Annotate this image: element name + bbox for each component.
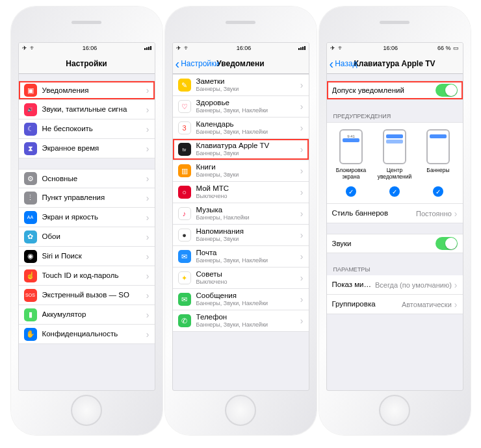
row-subtitle: Баннеры, Звуки, Наклейки	[196, 129, 298, 136]
app-icon: ✋	[24, 328, 37, 341]
row-label: Экранное время	[42, 144, 144, 153]
settings-row[interactable]: SOSЭкстренный вызов — SO›	[19, 286, 155, 305]
chevron-icon: ›	[146, 85, 150, 95]
row-sounds[interactable]: Звуки	[327, 234, 463, 253]
chevron-icon: ›	[300, 294, 304, 305]
chevron-icon: ›	[146, 310, 150, 320]
app-icon: ♪	[178, 207, 191, 220]
app-icon: ✉	[178, 293, 191, 306]
toggle-sounds[interactable]	[436, 237, 458, 250]
settings-row[interactable]: ▮Аккумулятор›	[19, 305, 155, 325]
settings-row[interactable]: ☝Touch ID и код-пароль›	[19, 266, 155, 286]
navbar: Настройки Уведомлени	[173, 53, 309, 74]
page-title: Уведомлени	[216, 59, 264, 68]
settings-row[interactable]: ✆ТелефонБаннеры, Звуки, Наклейки›	[173, 310, 309, 332]
row-subtitle: Выключено	[196, 193, 298, 200]
app-icon: ⚙	[24, 172, 37, 185]
settings-row[interactable]: ✋Конфиденциальность›	[19, 325, 155, 344]
settings-row[interactable]: ✉ПочтаБаннеры, Звуки, Наклейки›	[173, 246, 309, 268]
row-preview[interactable]: Показ миниатюр Всегда (по умолчанию) ›	[327, 275, 463, 295]
alert-lock-screen[interactable]: 9:41 Блокировка экрана	[330, 129, 372, 180]
row-label: Обои	[42, 232, 144, 241]
settings-row[interactable]: ◉Siri и Поиск›	[19, 247, 155, 266]
settings-row[interactable]: ▣Уведомления›	[19, 81, 155, 100]
settings-row[interactable]: ⚙Основные›	[19, 169, 155, 188]
app-icon: ✆	[178, 314, 191, 327]
status-bar: ✈ ᯤ 16:06	[173, 43, 309, 53]
chevron-icon: ›	[300, 144, 304, 155]
app-icon: ▣	[24, 84, 37, 97]
row-label: Экран и яркость	[42, 213, 144, 221]
row-label: Телефон	[196, 313, 298, 321]
settings-row[interactable]: ●НапоминанияБаннеры, Звуки›	[173, 225, 309, 246]
settings-row[interactable]: tvКлавиатура Apple TVБаннеры, Звуки›	[173, 139, 309, 160]
app-icon: ✿	[24, 230, 37, 243]
app-icon: ◉	[24, 250, 37, 263]
check-center[interactable]: ✓	[389, 186, 400, 197]
grouping-value: Автоматически	[402, 301, 452, 308]
alert-notification-center[interactable]: Центр уведомлений	[373, 129, 416, 180]
settings-row[interactable]: ♡ЗдоровьеБаннеры, Звуки, Наклейки›	[173, 96, 309, 118]
chevron-icon: ›	[146, 193, 150, 203]
settings-row[interactable]: ✉СообщенияБаннеры, Звуки, Наклейки›	[173, 289, 309, 310]
settings-row[interactable]: AAЭкран и яркость›	[19, 208, 155, 227]
status-bar: ✈ ᯤ 16:06 66 % ▭	[327, 43, 463, 53]
signal-icon	[298, 46, 306, 50]
settings-row[interactable]: ✦СоветыВыключено›	[173, 268, 309, 289]
chevron-icon: ›	[300, 208, 304, 219]
settings-row[interactable]: ⧗Экранное время›	[19, 139, 155, 158]
check-lock[interactable]: ✓	[346, 186, 356, 197]
row-allow-notifications[interactable]: Допуск уведомлений	[327, 81, 463, 100]
settings-row[interactable]: ♪МузыкаБаннеры, Наклейки›	[173, 203, 309, 225]
settings-row[interactable]: 🔊Звуки, тактильные сигна›	[19, 100, 155, 119]
row-subtitle: Баннеры, Звуки, Наклейки	[196, 257, 298, 264]
row-label: Напоминания	[196, 227, 298, 236]
app-icon: ✎	[178, 79, 191, 92]
settings-row[interactable]: ☾Не беспокоить›	[19, 119, 155, 139]
row-label: Клавиатура Apple TV	[196, 142, 298, 150]
back-button[interactable]: Настройки	[176, 59, 220, 68]
app-icon: ▥	[178, 164, 191, 177]
app-icon: ○	[178, 186, 191, 199]
toggle-allow[interactable]	[436, 84, 458, 97]
settings-row[interactable]: ○Мой МТСВыключено›	[173, 182, 309, 203]
row-label: Заметки	[196, 77, 298, 86]
phone-notifications: ✈ ᯤ 16:06 Настройки Уведомлени ✎ЗаметкиБ…	[165, 6, 317, 435]
settings-row[interactable]: ▥КнигиБаннеры, Звуки›	[173, 160, 309, 182]
wifi-icon: ᯤ	[30, 45, 36, 51]
chevron-icon: ›	[300, 251, 304, 262]
row-label: Touch ID и код-пароль	[42, 271, 144, 280]
row-subtitle: Выключено	[196, 279, 298, 286]
row-label: Книги	[196, 163, 298, 171]
row-banner-style[interactable]: Стиль баннеров Постоянно ›	[327, 204, 463, 223]
chevron-icon: ›	[300, 316, 304, 326]
row-grouping[interactable]: Группировка Автоматически ›	[327, 295, 463, 314]
row-label: Экстренный вызов — SO	[42, 291, 144, 299]
page-title: Настройки	[66, 59, 107, 68]
row-label: Звуки, тактильные сигна	[42, 105, 144, 114]
settings-row[interactable]: 3КалендарьБаннеры, Звуки, Наклейки›	[173, 118, 309, 139]
app-icon: ☾	[24, 123, 37, 136]
chevron-icon: ›	[146, 173, 150, 184]
row-subtitle: Баннеры, Звуки, Наклейки	[196, 107, 298, 114]
wifi-icon: ᯤ	[338, 45, 344, 51]
settings-row[interactable]: ✎ЗаметкиБаннеры, Звуки›	[173, 74, 309, 96]
row-subtitle: Баннеры, Звуки	[196, 150, 298, 157]
back-button[interactable]: Назад	[330, 59, 358, 68]
phone-settings: ✈ ᯤ 16:06 Настройки ▣Уведомления›🔊Звуки,…	[11, 6, 162, 435]
banner-style-value: Постоянно	[416, 210, 452, 218]
chevron-icon: ›	[300, 101, 304, 112]
settings-row[interactable]: ⋮Пункт управления›	[19, 188, 155, 208]
chevron-icon: ›	[300, 273, 304, 283]
row-label: Мой МТС	[196, 184, 298, 193]
chevron-icon: ›	[146, 143, 150, 154]
check-banner[interactable]: ✓	[433, 186, 443, 197]
row-subtitle: Баннеры, Звуки	[196, 86, 298, 93]
row-label: Аккумулятор	[42, 310, 144, 319]
alert-banners[interactable]: Баннеры	[417, 129, 460, 180]
row-label: Здоровье	[196, 99, 298, 107]
navbar: Назад Клавиатура Apple TV	[327, 53, 463, 74]
app-icon: 🔊	[24, 103, 37, 116]
row-label: Не беспокоить	[42, 125, 144, 133]
settings-row[interactable]: ✿Обои›	[19, 227, 155, 247]
